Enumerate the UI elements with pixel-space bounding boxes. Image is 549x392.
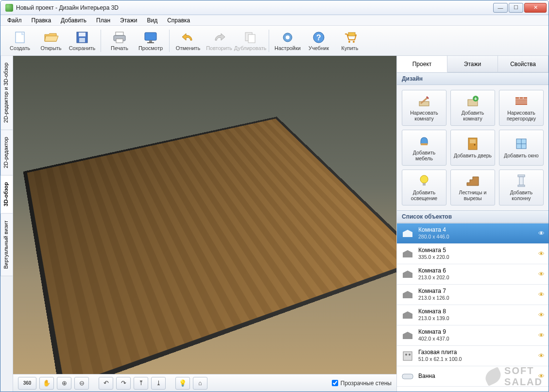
preview-button[interactable]: Просмотр bbox=[135, 28, 166, 54]
object-item[interactable]: Комната 4280.0 x 446.0👁 bbox=[397, 223, 549, 244]
object-item[interactable]: Ванна👁 bbox=[397, 366, 549, 387]
tilt-down-button[interactable]: ⤓ bbox=[151, 377, 166, 390]
zoom-out-button[interactable]: ⊖ bbox=[74, 377, 89, 390]
duplicate-button[interactable]: Дублировать bbox=[235, 28, 266, 54]
close-button[interactable]: ✕ bbox=[524, 3, 547, 13]
menu-floors[interactable]: Этажи bbox=[116, 16, 141, 25]
add-light-button[interactable]: Добавить освещение bbox=[402, 170, 446, 205]
buy-button[interactable]: Купить bbox=[334, 28, 365, 54]
draw-partition-button[interactable]: Нарисовать перегородку bbox=[499, 90, 544, 126]
tab-2d-3d-combo[interactable]: 2D-редактор и 3D-обзор bbox=[0, 56, 13, 130]
object-name: Ванна bbox=[418, 373, 538, 380]
menu-file[interactable]: Файл bbox=[3, 16, 26, 25]
stairs-button[interactable]: Лестницы и вырезы bbox=[450, 170, 495, 205]
rotate-right-button[interactable]: ↷ bbox=[116, 377, 131, 390]
app-icon bbox=[5, 4, 13, 12]
tilt-up-button[interactable]: ⤒ bbox=[134, 377, 148, 390]
transparent-walls-checkbox[interactable] bbox=[332, 380, 338, 386]
svg-rect-2 bbox=[79, 33, 86, 36]
side-tabs: Виртуальный визит 3D-обзор 2D-редактор 2… bbox=[0, 56, 13, 392]
visibility-eye-icon[interactable]: 👁 bbox=[538, 230, 545, 237]
home-view-button[interactable]: ⌂ bbox=[193, 377, 207, 390]
object-item[interactable]: Комната 8213.0 x 139.0👁 bbox=[397, 305, 549, 325]
view-360-button[interactable]: 360 bbox=[18, 377, 36, 390]
visibility-eye-icon[interactable]: 👁 bbox=[538, 332, 545, 339]
undo-button[interactable]: Отменить bbox=[172, 28, 204, 54]
transparent-walls-check[interactable]: Прозрачные стены bbox=[332, 380, 392, 387]
menu-help[interactable]: Справка bbox=[163, 16, 194, 25]
open-button[interactable]: Открыть bbox=[35, 28, 67, 54]
zoom-in-button[interactable]: ⊕ bbox=[57, 377, 71, 390]
visibility-eye-icon[interactable]: 👁 bbox=[538, 291, 545, 298]
svg-rect-19 bbox=[419, 102, 429, 106]
tab-3d-view[interactable]: 3D-обзор bbox=[0, 175, 13, 214]
add-furniture-button[interactable]: Добавить мебель bbox=[402, 130, 446, 166]
pan-button[interactable]: ✋ bbox=[39, 377, 54, 390]
svg-rect-9 bbox=[147, 42, 154, 43]
object-name: Газовая плита bbox=[418, 349, 538, 356]
redo-button[interactable]: Повторить bbox=[204, 28, 235, 54]
menu-add[interactable]: Добавить bbox=[57, 16, 90, 25]
menu-view[interactable]: Вид bbox=[143, 16, 161, 25]
printer-icon bbox=[112, 31, 127, 44]
visibility-eye-icon[interactable]: 👁 bbox=[538, 271, 545, 278]
add-window-button[interactable]: Добавить окно bbox=[499, 130, 544, 166]
svg-rect-40 bbox=[518, 185, 525, 187]
svg-point-17 bbox=[353, 41, 355, 43]
objects-section-header: Список объектов bbox=[397, 210, 549, 223]
settings-button[interactable]: Настройки bbox=[272, 28, 303, 54]
menu-plan[interactable]: План bbox=[92, 16, 114, 25]
tutorial-button[interactable]: ?Учебник bbox=[303, 28, 334, 54]
object-dimensions: 280.0 x 446.0 bbox=[418, 234, 538, 240]
gear-icon bbox=[280, 31, 295, 44]
tab-floors[interactable]: Этажи bbox=[447, 56, 498, 72]
svg-rect-8 bbox=[149, 40, 152, 42]
right-panel: Проект Этажи Свойства Дизайн Нарисовать … bbox=[397, 56, 549, 392]
object-dimensions: 213.0 x 139.0 bbox=[418, 315, 538, 322]
tab-virtual-visit[interactable]: Виртуальный визит bbox=[0, 214, 13, 276]
menu-edit[interactable]: Правка bbox=[28, 16, 55, 25]
visibility-eye-icon[interactable]: 👁 bbox=[538, 311, 545, 319]
visibility-eye-icon[interactable]: 👁 bbox=[538, 352, 545, 359]
3d-canvas[interactable] bbox=[13, 56, 396, 374]
svg-point-13 bbox=[286, 35, 290, 39]
object-item[interactable]: Комната 7213.0 x 126.0👁 bbox=[397, 285, 549, 305]
svg-rect-29 bbox=[421, 143, 428, 145]
svg-rect-6 bbox=[116, 39, 123, 43]
tab-project[interactable]: Проект bbox=[397, 56, 447, 72]
rotate-left-button[interactable]: ↶ bbox=[99, 377, 113, 390]
object-item[interactable]: Газовая плита51.0 x 62.1 x 100.0👁 bbox=[397, 346, 549, 366]
object-item[interactable]: Комната 6213.0 x 202.0👁 bbox=[397, 264, 549, 285]
folder-open-icon bbox=[43, 31, 59, 44]
object-item[interactable]: Комната 5335.0 x 220.0👁 bbox=[397, 244, 549, 264]
maximize-button[interactable]: ☐ bbox=[509, 3, 523, 13]
create-button[interactable]: Создать bbox=[4, 28, 35, 54]
window-icon bbox=[514, 137, 529, 151]
add-door-button[interactable]: Добавить дверь bbox=[450, 130, 495, 166]
object-item[interactable]: Комната 9402.0 x 437.0👁 bbox=[397, 325, 549, 346]
duplicate-icon bbox=[242, 31, 258, 44]
svg-point-43 bbox=[409, 354, 411, 356]
visibility-eye-icon[interactable]: 👁 bbox=[538, 373, 545, 380]
save-button[interactable]: Сохранить bbox=[67, 28, 98, 54]
new-file-icon bbox=[12, 31, 28, 44]
visibility-eye-icon[interactable]: 👁 bbox=[538, 250, 545, 257]
object-list[interactable]: SOFT SALAD Комната 4280.0 x 446.0👁Комнат… bbox=[397, 223, 549, 392]
add-room-button[interactable]: +Добавить комнату bbox=[450, 90, 495, 126]
tab-properties[interactable]: Свойства bbox=[498, 56, 549, 72]
minimize-button[interactable]: — bbox=[493, 3, 508, 13]
object-dimensions: 402.0 x 437.0 bbox=[418, 336, 538, 342]
svg-rect-7 bbox=[145, 33, 156, 40]
object-name: Комната 5 bbox=[418, 247, 538, 254]
tab-2d-editor[interactable]: 2D-редактор bbox=[0, 130, 13, 175]
object-icon bbox=[401, 247, 414, 261]
lighting-button[interactable]: 💡 bbox=[175, 377, 190, 390]
add-column-button[interactable]: Добавить колонну bbox=[499, 170, 544, 205]
object-dimensions: 335.0 x 220.0 bbox=[418, 254, 538, 260]
svg-point-36 bbox=[420, 175, 428, 183]
titlebar: Новый проект - Дизайн Интерьера 3D — ☐ ✕ bbox=[0, 0, 549, 15]
print-button[interactable]: Печать bbox=[104, 28, 135, 54]
draw-room-button[interactable]: Нарисовать комнату bbox=[402, 90, 446, 126]
pencil-room-icon bbox=[417, 94, 431, 108]
redo-icon bbox=[211, 31, 227, 44]
